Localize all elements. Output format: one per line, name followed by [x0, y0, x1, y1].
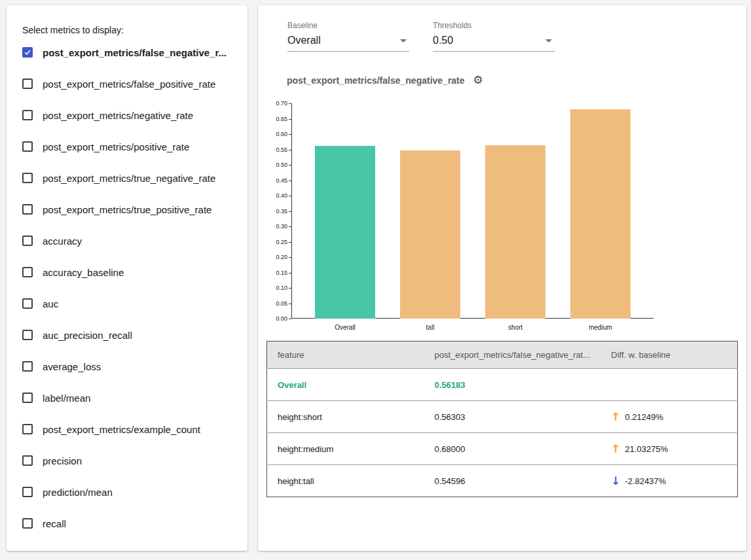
metric-item[interactable]: post_export_metrics/negative_rate	[22, 99, 247, 131]
y-tick-label: 0.40	[258, 192, 287, 199]
checkbox-icon[interactable]	[22, 204, 33, 215]
value-cell: 0.68000	[424, 433, 601, 465]
diff-value: 21.03275%	[625, 444, 669, 454]
feature-cell: height:short	[267, 401, 424, 433]
chevron-down-icon[interactable]	[400, 39, 407, 43]
metric-item[interactable]: post_export_metrics/positive_rate	[22, 131, 247, 162]
bar-tall[interactable]	[400, 150, 460, 319]
checkbox-checked-icon[interactable]	[22, 47, 33, 58]
thresholds-select[interactable]: Thresholds 0.50	[433, 21, 555, 52]
metric-item[interactable]: auc	[22, 288, 247, 319]
checkbox-icon[interactable]	[22, 236, 33, 246]
metrics-table: featurepost_export_metrics/false_negativ…	[266, 341, 738, 497]
down-arrow-icon: ↓	[611, 474, 620, 487]
checkbox-icon[interactable]	[22, 361, 33, 372]
metric-label: recall	[43, 518, 66, 529]
diff-value: -2.82437%	[625, 476, 667, 486]
checkbox-icon[interactable]	[22, 330, 33, 340]
diff-cell: ↓-2.82437%	[600, 465, 737, 497]
y-tick-label: 0.30	[258, 223, 287, 230]
y-tick-mark	[289, 273, 291, 273]
value-cell: 0.56303	[424, 401, 601, 433]
y-tick-mark	[289, 288, 291, 289]
y-tick-label: 0.10	[258, 285, 287, 291]
metric-item[interactable]: precision	[22, 445, 247, 476]
metric-item[interactable]: average_loss	[22, 351, 247, 382]
metric-item[interactable]: accuracy_baseline	[22, 256, 247, 288]
table-body: Overall0.56183height:short0.56303↑0.2124…	[267, 369, 738, 497]
y-tick-mark	[289, 196, 291, 196]
chart-header: post_export_metrics/false_negative_rate …	[287, 75, 483, 86]
metric-label: auc	[43, 298, 58, 309]
checkbox-icon[interactable]	[22, 141, 33, 152]
y-tick-mark	[289, 319, 291, 319]
checkbox-icon[interactable]	[22, 110, 33, 120]
y-tick-mark	[289, 134, 291, 135]
metric-item[interactable]: post_export_metrics/true_positive_rate	[22, 194, 247, 225]
diff-cell	[600, 369, 737, 401]
baseline-select-value-row[interactable]: Overall	[287, 32, 409, 52]
y-tick-label: 0.35	[258, 208, 287, 215]
feature-cell: Overall	[267, 369, 424, 401]
metric-label: label/mean	[43, 393, 90, 404]
metric-item[interactable]: auc_precision_recall	[22, 319, 247, 351]
y-tick-mark	[289, 181, 291, 181]
metric-item[interactable]: label/mean	[22, 382, 247, 413]
y-tick-label: 0.15	[258, 270, 287, 276]
metric-label: post_export_metrics/positive_rate	[43, 141, 189, 152]
y-tick-mark	[289, 119, 291, 120]
metrics-sidebar: Select metrics to display: post_export_m…	[7, 5, 247, 551]
table-row: height:short0.56303↑0.21249%	[267, 401, 738, 433]
metric-item[interactable]: post_export_metrics/false_negative_r...	[22, 37, 247, 68]
y-tick-label: 0.70	[258, 100, 287, 107]
metric-item[interactable]: post_export_metrics/false_positive_rate	[22, 68, 247, 99]
y-tick-mark	[289, 165, 291, 166]
table-header-cell: Diff. w. baseline	[600, 341, 737, 369]
bar-medium[interactable]	[570, 109, 631, 319]
checkbox-icon[interactable]	[22, 173, 33, 183]
x-tick-label: tall	[388, 324, 473, 331]
metric-label: post_export_metrics/true_positive_rate	[43, 204, 211, 215]
y-tick-mark	[289, 257, 291, 258]
metric-label: accuracy	[43, 236, 82, 247]
table-header-cell: feature	[267, 341, 424, 369]
chevron-down-icon[interactable]	[545, 39, 552, 43]
checkbox-icon[interactable]	[22, 455, 33, 466]
baseline-select-value: Overall	[287, 35, 321, 46]
y-tick-mark	[289, 150, 291, 150]
thresholds-select-value-row[interactable]: 0.50	[433, 32, 555, 52]
bar-short[interactable]	[485, 145, 545, 319]
up-arrow-icon: ↑	[611, 442, 620, 455]
y-tick-label: 0.45	[258, 177, 287, 184]
metric-item[interactable]: accuracy	[22, 225, 247, 256]
checkbox-icon[interactable]	[22, 487, 33, 497]
metric-item[interactable]: recall	[22, 508, 247, 539]
metric-label: post_export_metrics/negative_rate	[43, 110, 193, 121]
y-tick-label: 0.65	[258, 116, 287, 122]
checkbox-icon[interactable]	[22, 518, 33, 529]
metric-label: prediction/mean	[43, 487, 113, 498]
bar-chart: 0.000.050.100.150.200.250.300.350.400.45…	[258, 102, 746, 339]
metric-label: auc_precision_recall	[43, 330, 132, 341]
checkbox-icon[interactable]	[22, 424, 33, 434]
diff-cell: ↑21.03275%	[600, 433, 737, 465]
checkbox-icon[interactable]	[22, 298, 33, 309]
gear-icon[interactable]: ⚙	[473, 75, 483, 86]
metric-item[interactable]: post_export_metrics/example_count	[22, 413, 247, 445]
sidebar-title: Select metrics to display:	[7, 5, 247, 37]
feature-cell: height:medium	[267, 433, 424, 465]
checkbox-icon[interactable]	[22, 267, 33, 277]
checkbox-icon[interactable]	[22, 79, 33, 89]
y-tick-label: 0.55	[258, 147, 287, 153]
bar-Overall[interactable]	[315, 146, 375, 319]
metric-item[interactable]: prediction/mean	[22, 476, 247, 508]
metric-label: accuracy_baseline	[43, 267, 124, 278]
metrics-list: post_export_metrics/false_negative_r...p…	[22, 37, 247, 539]
baseline-select[interactable]: Baseline Overall	[287, 21, 409, 52]
checkbox-icon[interactable]	[22, 393, 33, 403]
y-tick-mark	[289, 304, 291, 304]
y-tick-label: 0.25	[258, 239, 287, 245]
fairness-indicators-app: Select metrics to display: post_export_m…	[0, 0, 751, 560]
metric-item[interactable]: post_export_metrics/true_negative_rate	[22, 162, 247, 194]
feature-cell: height:tall	[267, 465, 424, 497]
